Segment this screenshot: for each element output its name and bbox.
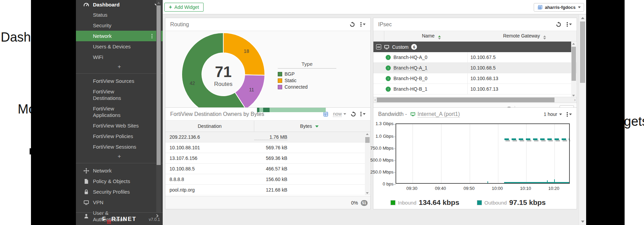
interface-link[interactable]: Internet_A (port1): [418, 111, 460, 118]
main-scrollbar[interactable]: [579, 15, 586, 225]
x-axis-label: 10:10: [515, 186, 536, 191]
time-range-dropdown[interactable]: now: [333, 111, 346, 117]
sidebar-item-security-profiles[interactable]: Security Profiles: [76, 186, 163, 197]
sidebar-item-network[interactable]: Network: [76, 165, 163, 176]
add-fortiview-button[interactable]: +: [76, 152, 163, 161]
table-row[interactable]: 13.107.6.156 569.36 kB: [165, 153, 370, 164]
y-axis: 1.3 Gbps1.0 Gbps750.0 Mbps500.0 Mbps250.…: [373, 123, 393, 184]
scrollbar-thumb[interactable]: [377, 97, 554, 102]
column-header-name[interactable]: Name: [384, 33, 478, 40]
group-label: Custom: [392, 44, 408, 50]
fortinet-logo-dots: [107, 220, 111, 224]
sort-desc-icon: [315, 125, 319, 127]
widget-menu-button[interactable]: [360, 112, 366, 116]
sidebar-item-vpn[interactable]: VPN: [76, 197, 163, 208]
sidebar-item-network-dashboard[interactable]: Network: [76, 31, 163, 41]
fortiview-vertical-scrollbar[interactable]: [365, 132, 370, 195]
kebab-icon: [567, 112, 568, 117]
legend-item-bgp[interactable]: BGP: [278, 71, 336, 77]
column-header-bytes[interactable]: Bytes: [254, 123, 365, 129]
kebab-icon: [567, 22, 568, 27]
sidebar-item-wifi[interactable]: WiFi: [76, 52, 163, 62]
caret-down-icon: [559, 114, 562, 115]
sidebar-item-status[interactable]: Status: [76, 10, 163, 20]
ipsec-table-header: Name Remote Gateway: [373, 31, 577, 42]
scroll-up-icon[interactable]: [572, 43, 575, 45]
x-axis-label: 10:20: [544, 186, 564, 191]
widget-menu-button[interactable]: [567, 112, 572, 117]
sidebar-item-fortiview-sources[interactable]: FortiView Sources: [76, 76, 163, 86]
scroll-down-icon[interactable]: [572, 95, 575, 96]
scrollbar-thumb[interactable]: [580, 21, 585, 83]
kebab-icon[interactable]: [151, 34, 152, 38]
refresh-icon[interactable]: [351, 111, 356, 117]
legend-swatch: [278, 72, 282, 76]
sidebar-item-fortiview-web-sites[interactable]: FortiView Web Sites: [76, 120, 163, 131]
widget-title: FortiView Destination Owners by Bytes: [170, 111, 264, 117]
widget-menu-button[interactable]: [567, 22, 572, 27]
scroll-up-icon[interactable]: [581, 17, 584, 19]
routes-donut-chart[interactable]: 18114271Routes: [181, 32, 266, 117]
table-row[interactable]: ↑Branch-HQ-A_1 10.100.68.5: [373, 63, 577, 73]
add-widget-button[interactable]: + Add Widget: [164, 3, 204, 12]
widget-title: Bandwidth -: [378, 111, 407, 117]
legend-swatch: [390, 200, 396, 205]
background-text-right: gets: [624, 114, 644, 129]
bandwidth-chart-area: 1.3 Gbps1.0 Gbps750.0 Mbps500.0 Mbps250.…: [373, 121, 577, 209]
inbound-rate: 134.64 kbps: [419, 198, 459, 207]
divider: [76, 163, 163, 163]
x-axis-label: 10:00: [487, 186, 508, 191]
sidebar-scrollbar[interactable]: [156, 0, 161, 212]
table-row[interactable]: 8.8.8.8 156.60 kB: [165, 174, 370, 185]
table-row[interactable]: ↑Branch-HQ-A_0 10.100.67.5: [373, 52, 577, 63]
scroll-up-icon[interactable]: [366, 133, 369, 135]
sidebar-item-fortiview-policies[interactable]: FortiView Policies: [76, 131, 163, 141]
scroll-left-icon[interactable]: ‹: [374, 97, 376, 103]
refresh-icon[interactable]: [350, 22, 355, 27]
sidebar-item-dashboard[interactable]: Dashboard: [76, 0, 163, 10]
scroll-down-icon[interactable]: [366, 192, 369, 194]
x-axis-label: 09:30: [402, 186, 422, 191]
fortiview-table-header: Destination Bytes: [165, 121, 370, 132]
sidebar-item-security[interactable]: Security: [76, 20, 163, 31]
legend-item-static[interactable]: Static: [278, 78, 336, 83]
legend-item-outbound: Outbound 97.15 kbps: [477, 198, 546, 207]
page: Dashb Mo gets Dashboard Status Security …: [0, 0, 644, 225]
scrollbar-thumb[interactable]: [365, 137, 370, 143]
collapse-icon[interactable]: [376, 44, 381, 49]
table-row[interactable]: ↑Branch-HQ-B_1 10.100.67.13: [373, 84, 577, 94]
add-dashboard-button[interactable]: +: [76, 62, 163, 71]
expand-column-header: [373, 31, 384, 41]
column-header-remote-gateway[interactable]: Remote Gateway: [478, 33, 571, 40]
ipsec-widget: IPsec Name Remote: [373, 18, 577, 117]
table-row[interactable]: 10.100.88.5 466.57 kB: [165, 164, 370, 174]
sidebar-item-policy-objects[interactable]: Policy & Objects: [76, 176, 163, 186]
scroll-up-icon[interactable]: [157, 2, 160, 4]
table-row[interactable]: pool.ntp.org 121.68 kB: [165, 185, 370, 195]
scrollbar-thumb[interactable]: [571, 47, 576, 81]
y-axis-label: 750.0 Mbps: [370, 146, 393, 151]
legend-item-connected[interactable]: Connected: [278, 84, 336, 90]
ipsec-horizontal-scrollbar[interactable]: ‹ ›: [373, 97, 577, 103]
ipsec-group-row[interactable]: Custom 6: [373, 42, 571, 52]
monitor-icon: [384, 44, 389, 50]
sidebar-item-fortiview-applications[interactable]: FortiView Applications: [76, 103, 163, 120]
widget-menu-button[interactable]: [360, 22, 366, 27]
table-row[interactable]: ↑Branch-HQ-B_0 10.100.68.13: [373, 73, 577, 84]
sidebar-item-fortiview-destinations[interactable]: FortiView Destinations: [76, 86, 163, 103]
ipsec-widget-header: IPsec: [373, 18, 577, 31]
table-row[interactable]: 209.222.136.6 1.76 MB: [165, 132, 370, 142]
scroll-down-icon[interactable]: [581, 221, 584, 223]
sidebar-scrollbar-thumb[interactable]: [157, 5, 161, 165]
table-row[interactable]: 10.100.88.101 569.76 kB: [165, 142, 370, 153]
account-menu-button[interactable]: aharris-fgdocs: [534, 3, 584, 12]
refresh-icon[interactable]: [556, 22, 561, 27]
sidebar-item-fortiview-sessions[interactable]: FortiView Sessions: [76, 141, 163, 152]
ipsec-vertical-scrollbar[interactable]: [571, 42, 576, 97]
load-percent: 0%: [351, 200, 358, 206]
outbound-rate: 97.15 kbps: [509, 198, 546, 207]
scroll-right-icon[interactable]: ›: [574, 97, 576, 103]
time-range-dropdown[interactable]: 1 hour: [544, 111, 562, 117]
column-header-destination[interactable]: Destination: [165, 121, 254, 132]
sidebar-item-users-devices[interactable]: Users & Devices: [76, 41, 163, 52]
